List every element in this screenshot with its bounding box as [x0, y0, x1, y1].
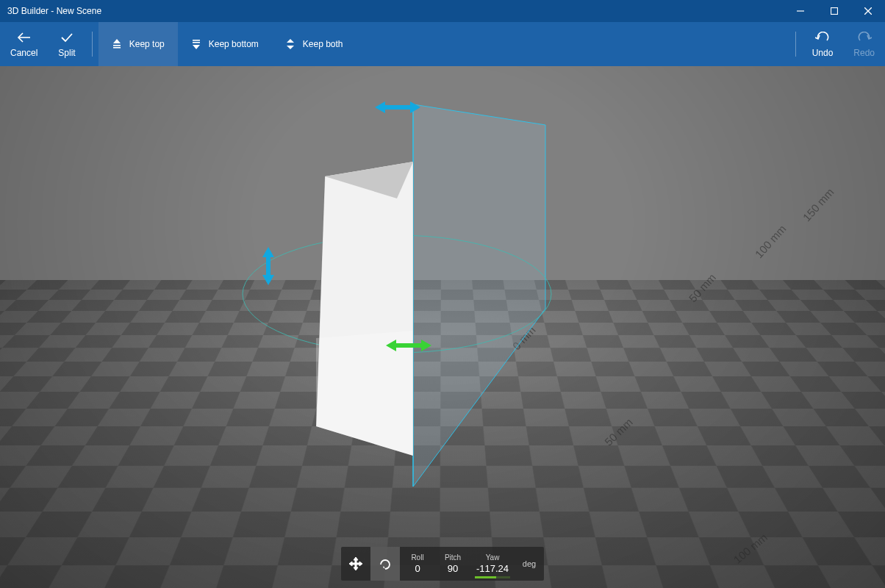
svg-marker-27	[354, 567, 358, 570]
move-icon	[349, 557, 362, 570]
title-bar: 3D Builder - New Scene	[0, 0, 885, 22]
redo-label: Redo	[853, 48, 875, 58]
redo-icon	[857, 30, 872, 45]
svg-rect-24	[396, 343, 421, 348]
svg-marker-23	[386, 340, 396, 351]
rotate-icon	[379, 557, 392, 570]
cutting-plane	[413, 104, 545, 487]
scene-overlay	[0, 66, 885, 588]
roll-value: 0	[400, 563, 435, 574]
yaw-field[interactable]: Yaw -117.24	[470, 547, 515, 581]
rotate-handle-vertical[interactable]	[261, 247, 276, 285]
keep-top-button[interactable]: Keep top	[98, 22, 178, 66]
svg-rect-31	[352, 563, 359, 564]
back-arrow-icon	[17, 30, 32, 45]
cancel-button[interactable]: Cancel	[0, 22, 48, 66]
svg-rect-21	[266, 257, 270, 275]
rotate-mode-button[interactable]	[370, 547, 400, 581]
window-title: 3D Builder - New Scene	[7, 6, 784, 16]
roll-field[interactable]: Roll 0	[400, 547, 435, 581]
undo-icon	[815, 30, 830, 45]
rotate-handle-ground[interactable]	[386, 338, 431, 353]
toolbar: Cancel Split Keep top Keep bottom Keep b…	[0, 22, 885, 66]
yaw-value: -117.24	[470, 563, 515, 574]
svg-marker-17	[375, 101, 385, 113]
keep-both-button[interactable]: Keep both	[272, 22, 356, 66]
keep-both-label: Keep both	[303, 39, 343, 49]
close-button[interactable]	[851, 0, 885, 22]
svg-marker-25	[421, 340, 431, 351]
move-mode-button[interactable]	[341, 547, 370, 581]
rotate-handle-horizontal[interactable]	[375, 100, 420, 115]
svg-rect-1	[831, 8, 838, 15]
roll-label: Roll	[400, 553, 435, 562]
svg-marker-28	[349, 562, 352, 566]
split-label: Split	[58, 48, 75, 58]
toolbar-separator	[92, 32, 93, 57]
svg-marker-12	[287, 46, 294, 49]
3d-viewport[interactable]: 150 mm 100 mm 50 mm 0 mm 50 mm 100 mm	[0, 66, 885, 588]
keep-bottom-icon	[191, 37, 201, 51]
check-icon	[60, 30, 74, 45]
svg-marker-26	[354, 557, 358, 560]
undo-button[interactable]: Undo	[802, 22, 844, 66]
pitch-field[interactable]: Pitch 90	[435, 547, 470, 581]
svg-rect-6	[113, 45, 121, 46]
undo-label: Undo	[812, 48, 834, 58]
keep-top-icon	[112, 37, 122, 51]
svg-marker-22	[262, 275, 274, 285]
keep-top-label: Keep top	[129, 39, 165, 49]
yaw-label: Yaw	[470, 553, 515, 562]
pitch-label: Pitch	[435, 553, 470, 562]
keep-bottom-label: Keep bottom	[209, 39, 259, 49]
transform-status-bar: Roll 0 Pitch 90 Yaw -117.24 deg	[341, 547, 544, 581]
svg-marker-29	[359, 562, 362, 566]
unit-label: deg	[515, 559, 544, 568]
toolbar-separator	[795, 32, 796, 57]
redo-button[interactable]: Redo	[843, 22, 885, 66]
svg-rect-18	[385, 105, 410, 110]
maximize-button[interactable]	[817, 0, 851, 22]
svg-rect-7	[113, 47, 121, 49]
svg-rect-8	[193, 40, 200, 41]
keep-bottom-button[interactable]: Keep bottom	[178, 22, 272, 66]
svg-marker-19	[410, 101, 420, 113]
svg-marker-11	[287, 39, 294, 43]
svg-marker-10	[193, 45, 200, 49]
minimize-button[interactable]	[784, 0, 817, 22]
svg-marker-5	[113, 39, 121, 43]
split-button[interactable]: Split	[48, 22, 85, 66]
svg-marker-20	[262, 247, 274, 257]
pitch-value: 90	[435, 563, 470, 574]
cancel-label: Cancel	[10, 48, 37, 58]
keep-both-icon	[285, 37, 295, 51]
svg-rect-9	[193, 42, 200, 43]
